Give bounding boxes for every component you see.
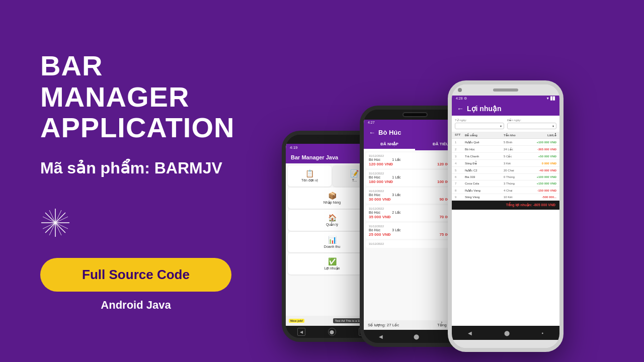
- loi-nhuan-icon: ✅: [328, 257, 337, 265]
- product-code: Mã sản phẩm: BARMJV: [40, 158, 252, 177]
- phone2-time: 4:27: [368, 121, 375, 125]
- to-date-chevron: ▾: [552, 124, 554, 128]
- phone1-back-btn[interactable]: ◀: [297, 328, 305, 336]
- phone3-screen: 4:28 ⚙ ▼ ▊▊ ← Lợi nhuận Từ ngày: ▾ Đến n…: [452, 96, 559, 326]
- left-section: BAR MANAGER APPLICATION Mã sản phẩm: BAR…: [0, 0, 282, 362]
- table-row: 2 Bò Húc 24 Lốc -365 000 VNĐ: [452, 146, 559, 153]
- ten-don-vi-label: Tên đơn vị: [301, 178, 318, 183]
- table-row: 9 Sting Vàng 10 Két -500 000...: [452, 194, 559, 201]
- header-do: Đồ uống: [465, 133, 504, 137]
- title-line2: APPLICATION: [40, 112, 234, 143]
- phone3-camera: [458, 88, 462, 92]
- loi-nhuan-label: Lợi nhuận: [325, 266, 340, 270]
- phone3-back-btn[interactable]: ◀: [468, 330, 472, 336]
- phone-3: 4:28 ⚙ ▼ ▊▊ ← Lợi nhuận Từ ngày: ▾ Đến n…: [448, 80, 564, 352]
- header-lai: Lãi/Lỗ: [529, 133, 556, 137]
- phone1-notch: [317, 137, 347, 142]
- phone1-time: 4:19: [290, 145, 298, 150]
- table-row: 7 Coca Cola 3 Thùng +150 000 VNĐ: [452, 180, 559, 187]
- col2-label: T...: [352, 178, 357, 182]
- sub-text: Android Java: [40, 299, 231, 312]
- from-date-label: Từ ngày:: [455, 118, 504, 122]
- test-ad-text: Test Ad: [335, 319, 345, 322]
- col2-icon: 📝: [350, 169, 359, 177]
- star-decoration-icon: [40, 208, 70, 238]
- phone1-menu-ten-don-vi[interactable]: 📋 Tên đơn vị: [288, 165, 332, 187]
- phone3-recent-btn[interactable]: ▪: [542, 330, 544, 336]
- to-date-label: Đến ngày:: [507, 118, 556, 122]
- to-date-select[interactable]: ▾: [507, 123, 556, 129]
- from-date-select[interactable]: ▾: [455, 123, 504, 129]
- footer-qty: Số lượng: 27 Lốc: [368, 323, 399, 327]
- phone3-battery: ▼ ▊▊: [546, 97, 555, 101]
- phone2-home-btn[interactable]: ⬤: [414, 334, 419, 339]
- from-date-chevron: ▾: [500, 124, 502, 128]
- app-title: BAR MANAGER APPLICATION: [40, 50, 252, 143]
- phone3-back-arrow[interactable]: ←: [457, 105, 464, 113]
- phone3-status-bar: 4:28 ⚙ ▼ ▊▊: [452, 96, 559, 102]
- phone3-speaker: [493, 88, 518, 92]
- phone3-top-bar: [452, 84, 559, 96]
- title-line1: BAR MANAGER: [40, 50, 189, 113]
- table-row: 8 Rượu Vang 4 Chai -150 000 VNĐ: [452, 187, 559, 194]
- total-label: Tổng lợi nhuận:: [506, 203, 532, 207]
- to-date-group: Đến ngày: ▾: [507, 118, 556, 129]
- phone3-table-header: STT Đồ uống Tồn kho Lãi/Lỗ: [452, 132, 559, 139]
- full-source-code-button[interactable]: Full Source Code: [40, 258, 231, 292]
- phone3-bottom-nav: ◀ ⬤ ▪: [452, 326, 559, 340]
- phone2-header-title: Bò Húc: [378, 129, 401, 136]
- phone2-back-btn[interactable]: ◀: [379, 334, 383, 339]
- table-row: 4 Sting Đỏ 3 Két 0 000 VNĐ: [452, 160, 559, 167]
- ten-don-vi-icon: 📋: [305, 169, 314, 177]
- phone3-table-footer: Tổng lợi nhuận: -805 000 VNĐ: [452, 201, 559, 210]
- table-row: 1 Rượu Quê 5 Bình +100 000 VNĐ: [452, 139, 559, 146]
- nhap-hang-icon: 📦: [328, 192, 337, 200]
- quan-ly-label: Quản lý: [326, 223, 338, 227]
- doanh-thu-icon: 📊: [328, 236, 337, 244]
- from-date-group: Từ ngày: ▾: [455, 118, 504, 129]
- doanh-thu-label: Doanh thu: [324, 245, 340, 248]
- phone2-back-arrow[interactable]: ←: [369, 129, 375, 136]
- table-row: 6 Bia 333 0 Thùng +100 000 VNĐ: [452, 174, 559, 180]
- quan-ly-icon: 🏠: [328, 214, 337, 222]
- phones-section: 4:19 ⚙ ▲ Bar Manager Java 📋 Tên đơn vị 📝…: [282, 0, 644, 362]
- phone1-header-title: Bar Manager Java: [291, 154, 338, 160]
- phone3-date-filters: Từ ngày: ▾ Đến ngày: ▾: [452, 116, 559, 132]
- nice-job-tag: Nice job!: [289, 319, 304, 323]
- phone1-home-btn[interactable]: ⬤: [328, 328, 336, 336]
- tab-da-nhap[interactable]: ĐÃ NHẬP: [364, 139, 415, 150]
- phone3-header-title: Lợi nhuận: [467, 105, 502, 113]
- phone3-bottom-bar: [452, 340, 559, 348]
- nhap-hang-label: Nhập hàng: [324, 201, 341, 205]
- header-ton: Tồn kho: [504, 133, 529, 137]
- header-stt: STT: [455, 133, 465, 137]
- phone3-time: 4:28 ⚙: [456, 97, 467, 101]
- phone3-app-header: ← Lợi nhuận: [452, 102, 559, 116]
- table-row: 3 Trà Chanh 5 Cốc +50 000 VNĐ: [452, 153, 559, 160]
- phone2-notch: [403, 112, 428, 117]
- phone3-home-btn[interactable]: ⬤: [504, 330, 510, 336]
- table-row: 5 Nước C2 20 Chai -40 000 VNĐ: [452, 167, 559, 174]
- total-value: -805 000 VNĐ: [533, 203, 555, 207]
